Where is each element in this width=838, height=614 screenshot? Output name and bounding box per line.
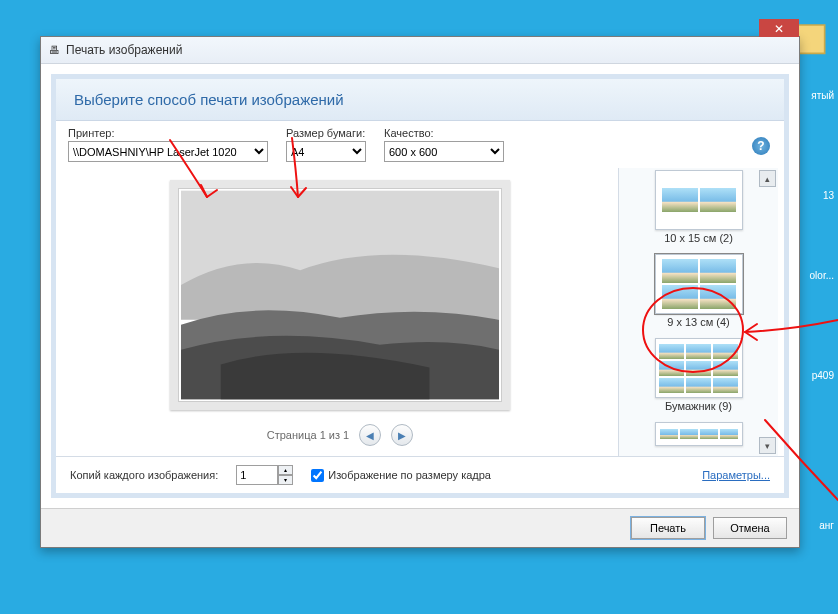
prev-page-button[interactable]: ◀	[359, 424, 381, 446]
desktop-label-4: 13	[823, 190, 834, 201]
fit-frame-label: Изображение по размеру кадра	[328, 469, 491, 481]
dialog-title: Печать изображений	[66, 43, 182, 57]
quality-label: Качество:	[384, 127, 504, 139]
quality-select[interactable]: 600 x 600	[384, 141, 504, 162]
wizard-header: Выберите способ печати изображений	[56, 79, 784, 121]
parameters-link[interactable]: Параметры...	[702, 469, 770, 481]
help-icon[interactable]: ?	[752, 137, 770, 155]
printer-label: Принтер:	[68, 127, 268, 139]
cancel-button[interactable]: Отмена	[713, 517, 787, 539]
print-dialog: ✕ 🖶 Печать изображений Выберите способ п…	[40, 36, 800, 548]
printer-select[interactable]: \\DOMASHNIY\HP LaserJet 1020	[68, 141, 268, 162]
paper-size-select[interactable]: A4	[286, 141, 366, 162]
copies-up[interactable]: ▴	[278, 465, 293, 475]
desktop-label-5: анг	[819, 520, 834, 531]
layout-10x15[interactable]: 10 x 15 см (2)	[653, 168, 745, 246]
print-preview	[170, 180, 510, 410]
fit-frame-checkbox[interactable]	[311, 469, 324, 482]
desktop-label-2: olor...	[810, 270, 834, 281]
layout-9x13[interactable]: 9 x 13 см (4)	[653, 252, 745, 330]
scroll-down-button[interactable]: ▾	[759, 437, 776, 454]
print-button[interactable]: Печать	[631, 517, 705, 539]
titlebar[interactable]: 🖶 Печать изображений	[41, 37, 799, 64]
desktop-label-1: ятый	[811, 90, 834, 101]
paper-label: Размер бумаги:	[286, 127, 366, 139]
layout-list[interactable]: ▴ 10 x 15 см (2) 9 x 13 см (4) Бумажник …	[618, 168, 778, 456]
page-indicator: Страница 1 из 1	[267, 429, 349, 441]
desktop-label-3: p409	[812, 370, 834, 381]
copies-down[interactable]: ▾	[278, 475, 293, 485]
layout-contact[interactable]	[653, 420, 745, 448]
next-page-button[interactable]: ▶	[391, 424, 413, 446]
layout-wallet[interactable]: Бумажник (9)	[653, 336, 745, 414]
copies-input[interactable]	[236, 465, 278, 485]
close-button[interactable]: ✕	[759, 19, 799, 39]
scroll-up-button[interactable]: ▴	[759, 170, 776, 187]
printer-icon: 🖶	[49, 44, 60, 56]
copies-label: Копий каждого изображения:	[70, 469, 218, 481]
